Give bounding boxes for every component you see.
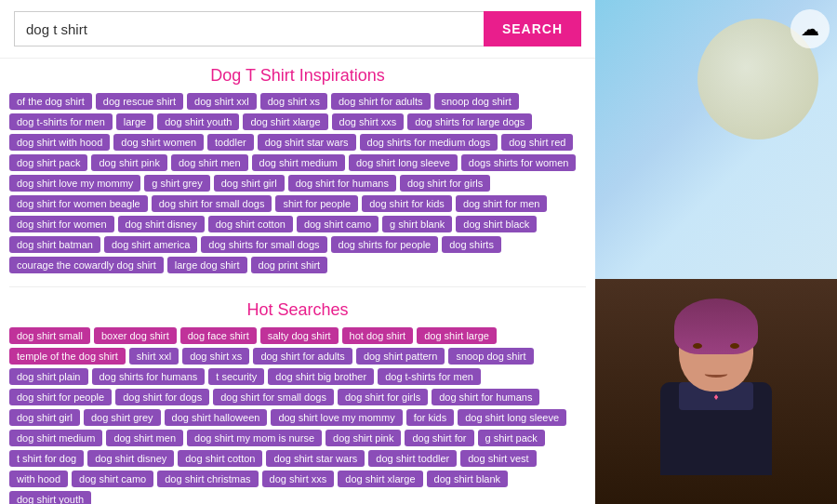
hot-tag-item[interactable]: dog shirt star wars bbox=[266, 450, 365, 467]
tag-item[interactable]: large bbox=[116, 113, 153, 130]
tag-item[interactable]: dog shirt pink bbox=[91, 154, 166, 171]
tag-item[interactable]: large dog shirt bbox=[167, 257, 247, 273]
hot-tag-item[interactable]: dog shirt pink bbox=[326, 430, 401, 446]
hot-tag-item[interactable]: dog shirt xxs bbox=[262, 471, 335, 487]
tag-item[interactable]: dog shirt america bbox=[104, 236, 197, 253]
tag-item[interactable]: dog shirt xxl bbox=[187, 93, 257, 110]
tag-item[interactable]: dog shirt red bbox=[501, 134, 573, 151]
hot-tag-item[interactable]: dog shirt youth bbox=[9, 491, 91, 504]
hot-tag-item[interactable]: dog shirt grey bbox=[84, 409, 161, 426]
tag-item[interactable]: dog shirt medium bbox=[252, 154, 345, 171]
hot-tag-item[interactable]: dog shirt for bbox=[405, 430, 473, 446]
tag-item[interactable]: dog shirts for small dogs bbox=[201, 236, 326, 253]
tag-item[interactable]: dog shirt disney bbox=[118, 216, 205, 232]
hot-tag-item[interactable]: dog shirt small bbox=[9, 327, 90, 344]
tag-item[interactable]: dog shirt xxs bbox=[332, 113, 405, 130]
tag-item[interactable]: dog shirt xlarge bbox=[243, 113, 327, 130]
tag-item[interactable]: dog print shirt bbox=[251, 257, 328, 273]
hot-tag-item[interactable]: hot dog shirt bbox=[342, 327, 414, 344]
hot-tag-item[interactable]: snoop dog shirt bbox=[448, 348, 533, 365]
tag-item[interactable]: g shirt blank bbox=[382, 216, 452, 232]
tag-item[interactable]: dog shirt love my mommy bbox=[9, 175, 140, 192]
hot-tag-item[interactable]: t security bbox=[208, 368, 264, 385]
tag-item[interactable]: g shirt grey bbox=[144, 175, 209, 192]
tag-item[interactable]: dog shirt camo bbox=[297, 216, 379, 232]
hot-tag-item[interactable]: dog shirt xs bbox=[182, 348, 249, 365]
hot-tag-item[interactable]: with hood bbox=[9, 471, 68, 487]
hot-tag-item[interactable]: dog shirt for people bbox=[9, 389, 112, 405]
tag-item[interactable]: dogs shirts for women bbox=[461, 154, 577, 171]
hot-tag-item[interactable]: dog shirt love my mommy bbox=[271, 409, 402, 426]
hot-tag-item[interactable]: dog shirt vest bbox=[460, 450, 536, 467]
tag-item[interactable]: dog shirt for humans bbox=[288, 175, 396, 192]
tag-item[interactable]: dog shirt for women beagle bbox=[9, 195, 148, 212]
hot-tag-item[interactable]: dog shirt disney bbox=[87, 450, 174, 467]
tag-item[interactable]: dog shirt for small dogs bbox=[152, 195, 272, 212]
hot-tag-item[interactable]: for kids bbox=[406, 409, 454, 426]
tag-item[interactable]: dog shirt women bbox=[113, 134, 204, 151]
tag-item[interactable]: toddler bbox=[207, 134, 254, 151]
search-input[interactable] bbox=[14, 11, 484, 46]
hot-tag-item[interactable]: dog shirt girl bbox=[9, 409, 80, 426]
hot-tag-item[interactable]: t shirt for dog bbox=[9, 450, 84, 467]
hot-tag-item[interactable]: dog shirt blank bbox=[427, 471, 509, 487]
tag-item[interactable]: dog shirt girl bbox=[214, 175, 285, 192]
tag-item[interactable]: dog shirts for people bbox=[331, 236, 439, 253]
hot-tag-item[interactable]: dog shirt for adults bbox=[253, 348, 352, 365]
tag-item[interactable]: dog shirt with hood bbox=[9, 134, 110, 151]
search-button[interactable]: SEARCH bbox=[484, 11, 581, 46]
hot-tag-item[interactable]: dog shirt xlarge bbox=[338, 471, 422, 487]
hot-tag-item[interactable]: dog face shirt bbox=[180, 327, 257, 344]
tag-item[interactable]: dog shirt batman bbox=[9, 236, 100, 253]
tag-item[interactable]: dog shirt black bbox=[456, 216, 537, 232]
hot-tag-item[interactable]: dog shirt my mom is nurse bbox=[187, 430, 322, 446]
tag-item[interactable]: dog shirt xs bbox=[260, 93, 327, 110]
main-content: SEARCH Dog T Shirt Inspirations of the d… bbox=[0, 0, 595, 504]
tag-item[interactable]: courage the cowardly dog shirt bbox=[9, 257, 164, 273]
tag-item[interactable]: of the dog shirt bbox=[9, 93, 92, 110]
tag-item[interactable]: dog shirt for women bbox=[9, 216, 114, 232]
hot-tag-item[interactable]: dog shirt pattern bbox=[356, 348, 445, 365]
hot-searches-title: Hot Searches bbox=[9, 300, 586, 320]
hot-tag-item[interactable]: shirt xxl bbox=[129, 348, 179, 365]
tag-item[interactable]: dog rescue shirt bbox=[96, 93, 183, 110]
hot-tag-item[interactable]: dog shirt toddler bbox=[368, 450, 457, 467]
hot-tag-item[interactable]: dog shirt for girls bbox=[338, 389, 428, 405]
hot-tag-item[interactable]: dog shirt men bbox=[106, 430, 183, 446]
tag-item[interactable]: dog shirts bbox=[442, 236, 501, 253]
tag-item[interactable]: dog t-shirts for men bbox=[9, 113, 113, 130]
tag-item[interactable]: dog shirt youth bbox=[157, 113, 239, 130]
hot-tag-item[interactable]: boxer dog shirt bbox=[94, 327, 177, 344]
hot-tag-item[interactable]: g shirt pack bbox=[478, 430, 545, 446]
hot-tag-item[interactable]: dog t-shirts for men bbox=[378, 368, 481, 385]
hot-tag-item[interactable]: dog shirt camo bbox=[72, 471, 153, 487]
tag-item[interactable]: dog shirts for medium dogs bbox=[360, 134, 498, 151]
hot-tag-item[interactable]: dog shirt cotton bbox=[178, 450, 262, 467]
hot-tag-item[interactable]: dog shirt halloween bbox=[165, 409, 268, 426]
hot-tag-item[interactable]: dog shirt big brother bbox=[268, 368, 374, 385]
tag-item[interactable]: dog shirt cotton bbox=[208, 216, 293, 232]
hot-tag-item[interactable]: dog shirt for small dogs bbox=[213, 389, 334, 405]
tag-item[interactable]: dog shirts for large dogs bbox=[407, 113, 532, 130]
tag-item[interactable]: dog shirt for men bbox=[456, 195, 548, 212]
hot-tag-item[interactable]: dog shirt medium bbox=[9, 430, 102, 446]
tag-item[interactable]: dog shirt long sleeve bbox=[349, 154, 458, 171]
hot-tag-item[interactable]: temple of the dog shirt bbox=[9, 348, 126, 365]
tag-item[interactable]: dog shirt star wars bbox=[258, 134, 356, 151]
tag-item[interactable]: shirt for people bbox=[275, 195, 358, 212]
hot-tag-item[interactable]: dog shirt christmas bbox=[157, 471, 258, 487]
tag-item[interactable]: dog shirt pack bbox=[9, 154, 87, 171]
tag-item[interactable]: dog shirt for adults bbox=[331, 93, 431, 110]
tag-item[interactable]: snoop dog shirt bbox=[434, 93, 519, 110]
hot-tag-item[interactable]: dog shirt for dogs bbox=[115, 389, 209, 405]
cloud-button[interactable]: ☁ bbox=[790, 9, 830, 48]
hot-tag-item[interactable]: dog shirt for humans bbox=[432, 389, 539, 405]
tag-item[interactable]: dog shirt men bbox=[171, 154, 248, 171]
tag-item[interactable]: dog shirt for kids bbox=[362, 195, 452, 212]
hot-tag-item[interactable]: dog shirt plain bbox=[9, 368, 88, 385]
hot-tag-item[interactable]: dog shirt large bbox=[417, 327, 497, 344]
hot-tag-item[interactable]: dog shirt long sleeve bbox=[458, 409, 566, 426]
hot-tag-item[interactable]: salty dog shirt bbox=[260, 327, 339, 344]
tag-item[interactable]: dog shirt for girls bbox=[400, 175, 490, 192]
hot-tag-item[interactable]: dog shirts for humans bbox=[92, 368, 206, 385]
